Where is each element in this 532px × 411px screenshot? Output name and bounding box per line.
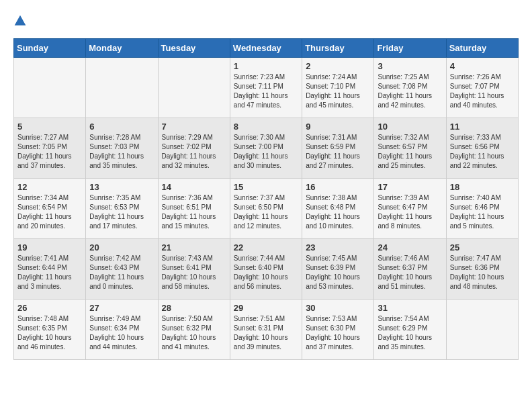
day-number: 10 bbox=[378, 122, 442, 132]
day-number: 2 bbox=[306, 61, 370, 71]
day-number: 17 bbox=[378, 182, 442, 192]
day-cell: 23Sunrise: 7:45 AM Sunset: 6:39 PM Dayli… bbox=[302, 239, 374, 300]
day-cell: 30Sunrise: 7:53 AM Sunset: 6:30 PM Dayli… bbox=[302, 300, 374, 360]
day-cell: 4Sunrise: 7:26 AM Sunset: 7:07 PM Daylig… bbox=[446, 58, 518, 118]
day-number: 27 bbox=[89, 303, 154, 313]
header-row: SundayMondayTuesdayWednesdayThursdayFrid… bbox=[14, 39, 519, 58]
day-cell: 16Sunrise: 7:38 AM Sunset: 6:48 PM Dayli… bbox=[302, 179, 374, 239]
day-number: 31 bbox=[378, 303, 442, 313]
day-info: Sunrise: 7:53 AM Sunset: 6:30 PM Dayligh… bbox=[306, 314, 370, 352]
col-header-sunday: Sunday bbox=[14, 39, 86, 58]
day-number: 22 bbox=[234, 242, 298, 253]
logo-icon bbox=[13, 14, 27, 28]
day-number: 4 bbox=[450, 61, 515, 71]
day-number: 18 bbox=[450, 182, 515, 192]
day-info: Sunrise: 7:23 AM Sunset: 7:11 PM Dayligh… bbox=[234, 73, 298, 110]
col-header-wednesday: Wednesday bbox=[230, 39, 302, 58]
logo bbox=[13, 13, 30, 28]
day-number: 12 bbox=[17, 182, 82, 192]
day-number: 23 bbox=[306, 242, 370, 253]
col-header-monday: Monday bbox=[86, 39, 158, 58]
day-number: 19 bbox=[17, 242, 82, 253]
day-cell: 24Sunrise: 7:46 AM Sunset: 6:37 PM Dayli… bbox=[374, 239, 446, 300]
day-number: 21 bbox=[162, 242, 226, 253]
day-number: 24 bbox=[378, 242, 442, 253]
day-cell: 19Sunrise: 7:41 AM Sunset: 6:44 PM Dayli… bbox=[14, 239, 86, 300]
day-info: Sunrise: 7:45 AM Sunset: 6:39 PM Dayligh… bbox=[306, 254, 370, 291]
day-cell: 26Sunrise: 7:48 AM Sunset: 6:35 PM Dayli… bbox=[14, 300, 86, 360]
day-cell: 28Sunrise: 7:50 AM Sunset: 6:32 PM Dayli… bbox=[158, 300, 230, 360]
day-cell: 1Sunrise: 7:23 AM Sunset: 7:11 PM Daylig… bbox=[230, 58, 302, 118]
day-number: 7 bbox=[162, 122, 226, 132]
day-number: 29 bbox=[234, 303, 298, 313]
week-row-4: 19Sunrise: 7:41 AM Sunset: 6:44 PM Dayli… bbox=[14, 239, 519, 300]
day-cell bbox=[446, 300, 518, 360]
day-number: 9 bbox=[306, 122, 370, 132]
col-header-friday: Friday bbox=[374, 39, 446, 58]
day-cell: 7Sunrise: 7:29 AM Sunset: 7:02 PM Daylig… bbox=[158, 118, 230, 179]
day-info: Sunrise: 7:24 AM Sunset: 7:10 PM Dayligh… bbox=[306, 73, 370, 110]
day-info: Sunrise: 7:54 AM Sunset: 6:29 PM Dayligh… bbox=[378, 314, 442, 352]
day-info: Sunrise: 7:37 AM Sunset: 6:50 PM Dayligh… bbox=[234, 193, 298, 231]
day-number: 15 bbox=[234, 182, 298, 192]
week-row-3: 12Sunrise: 7:34 AM Sunset: 6:54 PM Dayli… bbox=[14, 179, 519, 239]
day-cell: 25Sunrise: 7:47 AM Sunset: 6:36 PM Dayli… bbox=[446, 239, 518, 300]
day-number: 20 bbox=[89, 242, 154, 253]
day-number: 11 bbox=[450, 122, 515, 132]
day-info: Sunrise: 7:48 AM Sunset: 6:35 PM Dayligh… bbox=[17, 314, 82, 352]
col-header-saturday: Saturday bbox=[446, 39, 518, 58]
day-info: Sunrise: 7:40 AM Sunset: 6:46 PM Dayligh… bbox=[450, 193, 515, 231]
day-number: 5 bbox=[17, 122, 82, 132]
day-cell bbox=[14, 58, 86, 118]
calendar-table: SundayMondayTuesdayWednesdayThursdayFrid… bbox=[13, 38, 519, 360]
day-info: Sunrise: 7:30 AM Sunset: 7:00 PM Dayligh… bbox=[234, 133, 298, 171]
day-info: Sunrise: 7:35 AM Sunset: 6:53 PM Dayligh… bbox=[89, 193, 154, 231]
day-number: 6 bbox=[89, 122, 154, 132]
day-number: 13 bbox=[89, 182, 154, 192]
day-number: 3 bbox=[378, 61, 442, 71]
day-info: Sunrise: 7:43 AM Sunset: 6:41 PM Dayligh… bbox=[162, 254, 226, 291]
page-header bbox=[13, 13, 519, 28]
day-info: Sunrise: 7:47 AM Sunset: 6:36 PM Dayligh… bbox=[450, 254, 515, 291]
day-number: 30 bbox=[306, 303, 370, 313]
day-info: Sunrise: 7:32 AM Sunset: 6:57 PM Dayligh… bbox=[378, 133, 442, 171]
day-info: Sunrise: 7:31 AM Sunset: 6:59 PM Dayligh… bbox=[306, 133, 370, 171]
calendar-body: 1Sunrise: 7:23 AM Sunset: 7:11 PM Daylig… bbox=[14, 58, 519, 360]
day-info: Sunrise: 7:34 AM Sunset: 6:54 PM Dayligh… bbox=[17, 193, 82, 231]
day-cell: 18Sunrise: 7:40 AM Sunset: 6:46 PM Dayli… bbox=[446, 179, 518, 239]
day-info: Sunrise: 7:44 AM Sunset: 6:40 PM Dayligh… bbox=[234, 254, 298, 291]
day-info: Sunrise: 7:29 AM Sunset: 7:02 PM Dayligh… bbox=[162, 133, 226, 171]
day-cell: 9Sunrise: 7:31 AM Sunset: 6:59 PM Daylig… bbox=[302, 118, 374, 179]
day-cell: 13Sunrise: 7:35 AM Sunset: 6:53 PM Dayli… bbox=[86, 179, 158, 239]
day-info: Sunrise: 7:36 AM Sunset: 6:51 PM Dayligh… bbox=[162, 193, 226, 231]
day-number: 28 bbox=[162, 303, 226, 313]
day-info: Sunrise: 7:33 AM Sunset: 6:56 PM Dayligh… bbox=[450, 133, 515, 171]
day-cell: 6Sunrise: 7:28 AM Sunset: 7:03 PM Daylig… bbox=[86, 118, 158, 179]
calendar-header: SundayMondayTuesdayWednesdayThursdayFrid… bbox=[14, 39, 519, 58]
day-number: 25 bbox=[450, 242, 515, 253]
day-cell: 29Sunrise: 7:51 AM Sunset: 6:31 PM Dayli… bbox=[230, 300, 302, 360]
day-info: Sunrise: 7:46 AM Sunset: 6:37 PM Dayligh… bbox=[378, 254, 442, 291]
day-number: 14 bbox=[162, 182, 226, 192]
day-cell: 10Sunrise: 7:32 AM Sunset: 6:57 PM Dayli… bbox=[374, 118, 446, 179]
day-info: Sunrise: 7:26 AM Sunset: 7:07 PM Dayligh… bbox=[450, 73, 515, 110]
day-cell: 20Sunrise: 7:42 AM Sunset: 6:43 PM Dayli… bbox=[86, 239, 158, 300]
day-info: Sunrise: 7:41 AM Sunset: 6:44 PM Dayligh… bbox=[17, 254, 82, 291]
day-cell: 21Sunrise: 7:43 AM Sunset: 6:41 PM Dayli… bbox=[158, 239, 230, 300]
day-info: Sunrise: 7:49 AM Sunset: 6:34 PM Dayligh… bbox=[89, 314, 154, 352]
day-info: Sunrise: 7:25 AM Sunset: 7:08 PM Dayligh… bbox=[378, 73, 442, 110]
day-cell: 31Sunrise: 7:54 AM Sunset: 6:29 PM Dayli… bbox=[374, 300, 446, 360]
day-info: Sunrise: 7:27 AM Sunset: 7:05 PM Dayligh… bbox=[17, 133, 82, 171]
day-cell: 17Sunrise: 7:39 AM Sunset: 6:47 PM Dayli… bbox=[374, 179, 446, 239]
day-info: Sunrise: 7:42 AM Sunset: 6:43 PM Dayligh… bbox=[89, 254, 154, 291]
day-cell bbox=[158, 58, 230, 118]
week-row-5: 26Sunrise: 7:48 AM Sunset: 6:35 PM Dayli… bbox=[14, 300, 519, 360]
week-row-1: 1Sunrise: 7:23 AM Sunset: 7:11 PM Daylig… bbox=[14, 58, 519, 118]
day-cell: 22Sunrise: 7:44 AM Sunset: 6:40 PM Dayli… bbox=[230, 239, 302, 300]
day-info: Sunrise: 7:51 AM Sunset: 6:31 PM Dayligh… bbox=[234, 314, 298, 352]
week-row-2: 5Sunrise: 7:27 AM Sunset: 7:05 PM Daylig… bbox=[14, 118, 519, 179]
day-cell: 5Sunrise: 7:27 AM Sunset: 7:05 PM Daylig… bbox=[14, 118, 86, 179]
day-number: 26 bbox=[17, 303, 82, 313]
day-cell: 14Sunrise: 7:36 AM Sunset: 6:51 PM Dayli… bbox=[158, 179, 230, 239]
day-info: Sunrise: 7:38 AM Sunset: 6:48 PM Dayligh… bbox=[306, 193, 370, 231]
